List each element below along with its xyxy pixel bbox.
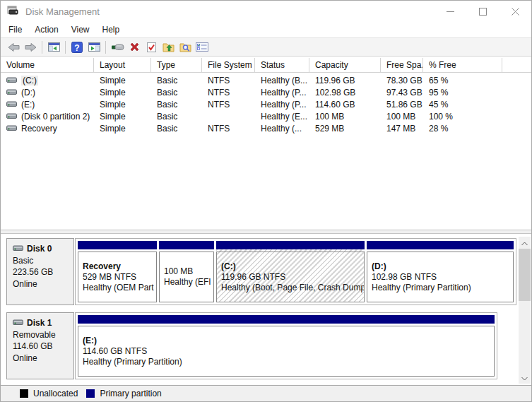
partition-title: (C:) <box>221 261 360 272</box>
document-check-icon <box>146 42 157 53</box>
disk0-partition-area: Recovery 529 MB NTFS Healthy (OEM Part 1… <box>75 238 516 305</box>
volume-row-e[interactable]: (E:) Simple Basic NTFS Healthy (P... 114… <box>1 98 531 110</box>
scroll-down-button[interactable] <box>519 372 531 384</box>
column-header-free-space[interactable]: Free Spa... <box>381 58 423 72</box>
graphical-view-panel: Disk 0 Basic 223.56 GB Online Recovery 5… <box>1 234 531 385</box>
pct-free-cell: 45 % <box>423 100 502 110</box>
forward-button[interactable] <box>23 40 38 55</box>
free-space-cell: 147 MB <box>381 124 423 134</box>
chevron-down-icon <box>521 373 528 383</box>
free-space-cell: 51.86 GB <box>381 100 423 110</box>
partition-info: (C:) 119.96 GB NTFS Healthy (Boot, Page … <box>216 252 365 302</box>
column-header-type[interactable]: Type <box>151 58 202 72</box>
folder-up-button[interactable] <box>160 40 176 55</box>
partition-size-line: 114.60 GB NTFS <box>83 346 490 357</box>
folder-up-icon <box>162 42 175 52</box>
layout-cell: Simple <box>94 112 151 122</box>
scroll-up-button[interactable] <box>519 237 531 249</box>
maximize-button[interactable] <box>466 1 499 22</box>
layout-cell: Simple <box>94 100 151 110</box>
screwdriver-button[interactable] <box>110 40 125 55</box>
pct-free-cell: 95 % <box>423 88 502 97</box>
partition-e[interactable]: (E:) 114.60 GB NTFS Healthy (Primary Par… <box>78 315 495 377</box>
volume-row-c[interactable]: (C:) Simple Basic NTFS Healthy (B... 119… <box>1 74 531 86</box>
volume-cell: (Disk 0 partition 2) <box>1 112 94 122</box>
disk-media-type: Removable <box>13 329 73 341</box>
toolbar-separator <box>65 41 66 54</box>
minimize-button[interactable] <box>434 1 466 22</box>
volume-row-recovery[interactable]: Recovery Simple Basic NTFS Healthy (... … <box>1 122 531 134</box>
type-cell: Basic <box>151 112 202 122</box>
volume-list-panel: Volume Layout Type File System Status Ca… <box>1 57 531 230</box>
menu-help[interactable]: Help <box>96 23 126 37</box>
show-console-tree-button[interactable] <box>46 40 61 55</box>
file-system-cell: NTFS <box>202 100 255 110</box>
volume-label: (C:) <box>21 76 38 85</box>
column-header-status[interactable]: Status <box>255 58 309 72</box>
volume-label: (E:) <box>21 100 35 110</box>
title-bar: Disk Management <box>1 1 531 22</box>
column-header-file-system[interactable]: File System <box>202 58 255 72</box>
partition-c[interactable]: (C:) 119.96 GB NTFS Healthy (Boot, Page … <box>216 241 365 302</box>
partition-status-line: Healthy (Primary Partition) <box>83 357 490 367</box>
free-space-cell: 100 MB <box>381 112 423 122</box>
volume-label: (Disk 0 partition 2) <box>21 112 90 122</box>
capacity-cell: 119.96 GB <box>309 76 381 85</box>
column-header-volume[interactable]: Volume <box>1 58 94 72</box>
properties-list-button[interactable] <box>194 40 210 55</box>
volume-row-disk0-partition2[interactable]: (Disk 0 partition 2) Simple Basic Health… <box>1 110 531 122</box>
status-bar: Unallocated Primary partition <box>1 385 531 401</box>
scrollbar-thumb[interactable] <box>519 249 531 301</box>
volume-label: (D:) <box>21 88 35 97</box>
volume-cell: (E:) <box>1 100 94 110</box>
disk-name: Disk 1 <box>27 317 52 329</box>
partition-efi[interactable]: 100 MB Healthy (EFI S <box>159 241 214 302</box>
disk-management-icon <box>7 6 18 18</box>
pct-free-cell: 65 % <box>423 76 502 85</box>
column-header-capacity[interactable]: Capacity <box>309 58 381 72</box>
partition-d[interactable]: (D:) 102.98 GB NTFS Healthy (Primary Par… <box>367 241 514 302</box>
capacity-cell: 114.60 GB <box>309 100 381 110</box>
partition-info: (D:) 102.98 GB NTFS Healthy (Primary Par… <box>367 252 514 302</box>
menu-action[interactable]: Action <box>28 23 64 37</box>
disk1-partition-area: (E:) 114.60 GB NTFS Healthy (Primary Par… <box>75 312 497 379</box>
status-cell: Healthy (P... <box>255 100 309 110</box>
layout-cell: Simple <box>94 124 151 134</box>
volume-label: Recovery <box>21 124 57 134</box>
file-system-cell: NTFS <box>202 76 255 85</box>
volume-icon <box>6 124 17 134</box>
type-cell: Basic <box>151 124 202 134</box>
delete-button[interactable] <box>126 40 142 55</box>
disk-media-type: Basic <box>13 255 73 267</box>
document-check-button[interactable] <box>143 40 159 55</box>
type-cell: Basic <box>151 100 202 110</box>
volume-row-d[interactable]: (D:) Simple Basic NTFS Healthy (P... 102… <box>1 86 531 98</box>
vertical-scrollbar[interactable] <box>519 237 531 384</box>
disk0-header[interactable]: Disk 0 Basic 223.56 GB Online <box>6 238 74 305</box>
show-action-pane-button[interactable] <box>86 40 102 55</box>
partition-title: Recovery <box>83 261 152 272</box>
toolbar-separator <box>105 41 106 54</box>
partition-title: (E:) <box>83 336 490 346</box>
menu-file[interactable]: File <box>2 23 28 37</box>
back-button[interactable] <box>6 40 21 55</box>
help-button[interactable]: ? <box>69 40 85 55</box>
properties-list-icon <box>196 42 208 52</box>
disk1-header[interactable]: Disk 1 Removable 114.60 GB Online <box>6 312 74 379</box>
column-header-pct-free[interactable]: % Free <box>423 58 502 72</box>
partition-info: 100 MB Healthy (EFI S <box>159 252 214 302</box>
legend-unallocated-label: Unallocated <box>33 389 78 398</box>
folder-magnifier-button[interactable] <box>177 40 193 55</box>
disk-management-window: Disk Management File Action View Help <box>0 0 532 402</box>
free-space-cell: 78.30 GB <box>381 76 423 85</box>
partition-recovery[interactable]: Recovery 529 MB NTFS Healthy (OEM Part <box>78 241 157 302</box>
volume-list-body: (C:) Simple Basic NTFS Healthy (B... 119… <box>1 73 531 134</box>
screwdriver-icon <box>111 42 124 52</box>
volume-cell: (D:) <box>1 88 94 97</box>
column-header-layout[interactable]: Layout <box>94 58 151 72</box>
layout-cell: Simple <box>94 88 151 97</box>
file-system-cell: NTFS <box>202 88 255 97</box>
close-button[interactable] <box>499 1 531 22</box>
menu-view[interactable]: View <box>65 23 96 37</box>
pct-free-cell: 100 % <box>423 112 502 122</box>
